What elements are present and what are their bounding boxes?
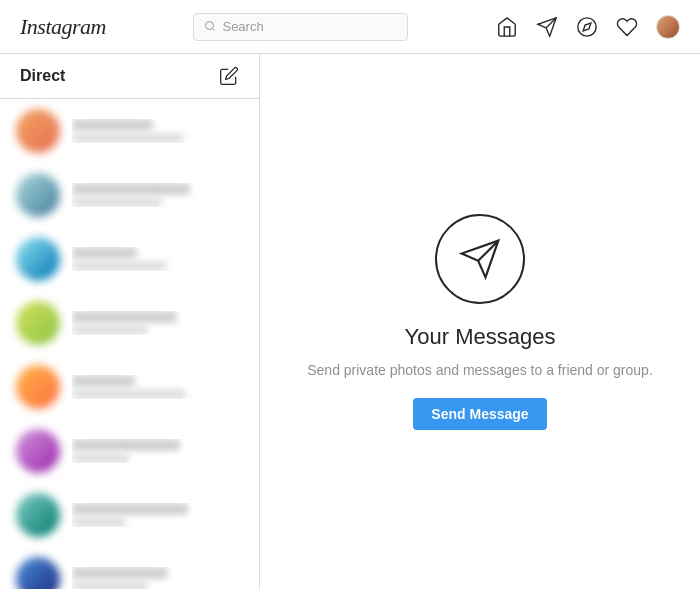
conv-info [72,183,243,207]
conv-avatar [16,365,60,409]
conv-info [72,439,243,463]
conv-avatar [16,557,60,589]
conv-name [72,311,177,323]
conv-info [72,567,243,589]
conv-name [72,247,137,259]
conversation-item[interactable] [0,291,259,355]
svg-point-4 [578,17,596,35]
search-icon [204,18,216,36]
main-layout: Direct [0,54,700,589]
conv-name [72,439,180,451]
conv-name [72,119,153,131]
conv-info [72,311,243,335]
conv-info [72,375,243,399]
sidebar-title: Direct [20,67,65,85]
conversation-item[interactable] [0,99,259,163]
conv-avatar [16,109,60,153]
conversation-item[interactable] [0,355,259,419]
conv-name [72,567,168,579]
conv-preview [72,261,167,271]
svg-line-1 [213,28,215,30]
conv-avatar [16,237,60,281]
conv-name [72,375,135,387]
conversation-item[interactable] [0,547,259,589]
top-navigation: Instagram [0,0,700,54]
paper-plane-icon [458,237,502,281]
conv-avatar [16,173,60,217]
empty-state-subtitle: Send private photos and messages to a fr… [307,362,653,378]
sidebar-header: Direct [0,54,259,99]
nav-icons [496,15,680,39]
compose-button[interactable] [219,66,239,86]
svg-marker-5 [583,23,591,31]
conv-preview [72,197,162,207]
empty-state-title: Your Messages [405,324,556,350]
search-input[interactable] [222,19,397,34]
direct-icon[interactable] [536,16,558,38]
conversation-list [0,99,259,589]
svg-point-0 [206,21,214,29]
conv-name [72,503,188,515]
conv-preview [72,453,129,463]
app-logo: Instagram [20,14,106,40]
conversation-item[interactable] [0,483,259,547]
conversation-item[interactable] [0,227,259,291]
user-avatar[interactable] [656,15,680,39]
conv-avatar [16,493,60,537]
conv-preview [72,133,184,143]
heart-icon[interactable] [616,16,638,38]
conv-info [72,247,243,271]
conv-preview [72,517,126,527]
conv-avatar [16,429,60,473]
conv-name [72,183,190,195]
conv-preview [72,389,186,399]
send-message-button[interactable]: Send Message [413,398,546,430]
conv-preview [72,581,148,589]
empty-state: Your Messages Send private photos and me… [307,214,653,430]
search-bar[interactable] [193,13,408,41]
conv-preview [72,325,148,335]
conversation-item[interactable] [0,419,259,483]
direct-sidebar: Direct [0,54,260,589]
conversation-item[interactable] [0,163,259,227]
conv-info [72,119,243,143]
home-icon[interactable] [496,16,518,38]
content-area: Your Messages Send private photos and me… [260,54,700,589]
conv-avatar [16,301,60,345]
compass-icon[interactable] [576,16,598,38]
message-icon-circle [435,214,525,304]
conv-info [72,503,243,527]
